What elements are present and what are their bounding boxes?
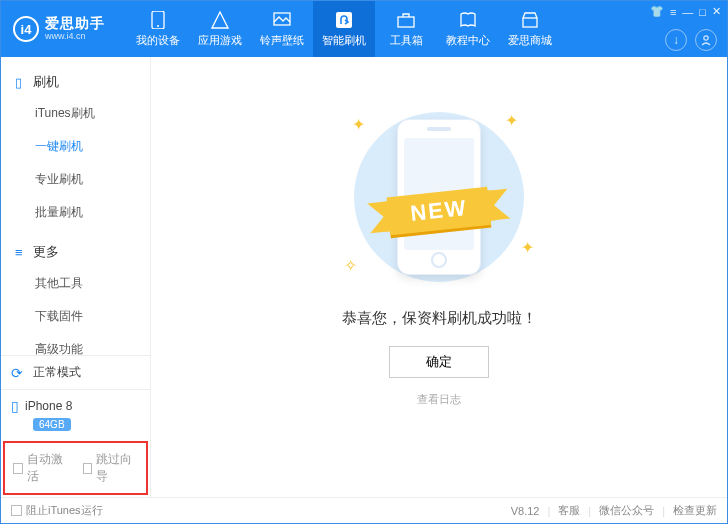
book-icon — [459, 11, 477, 29]
tab-apps[interactable]: 应用游戏 — [189, 1, 251, 57]
view-log-link[interactable]: 查看日志 — [417, 392, 461, 407]
maximize-icon[interactable]: □ — [699, 6, 706, 18]
device-icon: ▯ — [11, 398, 19, 414]
checkbox-label: 阻止iTunes运行 — [26, 503, 103, 518]
tab-store[interactable]: 爱思商城 — [499, 1, 561, 57]
refresh-icon: ⟳ — [11, 365, 27, 381]
svg-rect-5 — [523, 18, 537, 27]
app-title: 爱思助手 — [45, 16, 105, 31]
support-link[interactable]: 客服 — [558, 503, 580, 518]
shirt-icon[interactable]: 👕 — [650, 5, 664, 18]
user-button[interactable] — [695, 29, 717, 51]
confirm-button[interactable]: 确定 — [389, 346, 489, 378]
window-controls: 👕 ≡ ― □ ✕ — [650, 5, 721, 18]
svg-point-6 — [704, 36, 708, 40]
phone-icon — [149, 11, 167, 29]
checkbox-block-itunes[interactable]: 阻止iTunes运行 — [11, 503, 103, 518]
tab-label: 铃声壁纸 — [260, 33, 304, 48]
sidebar-item-itunes[interactable]: iTunes刷机 — [1, 97, 150, 130]
more-icon: ≡ — [15, 245, 27, 260]
sidebar: ▯ 刷机 iTunes刷机 一键刷机 专业刷机 批量刷机 ≡ 更多 其他工具 下… — [1, 57, 151, 497]
tab-label: 教程中心 — [446, 33, 490, 48]
main-content: ✦✦✧✦ NEW 恭喜您，保资料刷机成功啦！ 确定 查看日志 — [151, 57, 727, 497]
app-logo: i4 爱思助手 www.i4.cn — [1, 16, 117, 42]
top-tabs: 我的设备 应用游戏 铃声壁纸 智能刷机 工具箱 教程中心 — [127, 1, 561, 57]
bottom-options: 自动激活 跳过向导 — [3, 441, 148, 495]
tab-tutorial[interactable]: 教程中心 — [437, 1, 499, 57]
tab-device[interactable]: 我的设备 — [127, 1, 189, 57]
checkbox-icon — [13, 463, 23, 474]
app-url: www.i4.cn — [45, 32, 105, 42]
logo-icon: i4 — [13, 16, 39, 42]
sidebar-item-advanced[interactable]: 高级功能 — [1, 333, 150, 355]
toolbox-icon — [397, 11, 415, 29]
tab-label: 我的设备 — [136, 33, 180, 48]
tab-label: 工具箱 — [390, 33, 423, 48]
device-info[interactable]: ▯ iPhone 8 64GB — [1, 389, 150, 439]
mode-label: 正常模式 — [33, 364, 81, 381]
statusbar: 阻止iTunes运行 V8.12 | 客服 | 微信公众号 | 检查更新 — [1, 497, 727, 523]
tab-label: 应用游戏 — [198, 33, 242, 48]
wechat-link[interactable]: 微信公众号 — [599, 503, 654, 518]
apps-icon — [211, 11, 229, 29]
sidebar-item-oneclick[interactable]: 一键刷机 — [1, 130, 150, 163]
tab-flash[interactable]: 智能刷机 — [313, 1, 375, 57]
tab-wallpaper[interactable]: 铃声壁纸 — [251, 1, 313, 57]
update-link[interactable]: 检查更新 — [673, 503, 717, 518]
sidebar-item-pro[interactable]: 专业刷机 — [1, 163, 150, 196]
phone-small-icon: ▯ — [15, 75, 27, 90]
checkbox-icon — [83, 463, 93, 474]
header-right-buttons: ↓ — [665, 29, 717, 51]
sidebar-item-batch[interactable]: 批量刷机 — [1, 196, 150, 229]
sidebar-item-firmware[interactable]: 下载固件 — [1, 300, 150, 333]
tab-label: 爱思商城 — [508, 33, 552, 48]
group-label: 更多 — [33, 243, 59, 261]
store-icon — [521, 11, 539, 29]
flash-icon — [335, 11, 353, 29]
checkbox-label: 自动激活 — [27, 451, 69, 485]
download-button[interactable]: ↓ — [665, 29, 687, 51]
menu-icon[interactable]: ≡ — [670, 6, 676, 18]
mode-status[interactable]: ⟳ 正常模式 — [1, 355, 150, 389]
device-name: iPhone 8 — [25, 399, 72, 413]
minimize-icon[interactable]: ― — [682, 6, 693, 18]
tab-tools[interactable]: 工具箱 — [375, 1, 437, 57]
success-message: 恭喜您，保资料刷机成功啦！ — [342, 309, 537, 328]
svg-rect-3 — [336, 12, 352, 28]
close-icon[interactable]: ✕ — [712, 5, 721, 18]
group-label: 刷机 — [33, 73, 59, 91]
sidebar-group-flash[interactable]: ▯ 刷机 — [1, 67, 150, 97]
checkbox-skipguide[interactable]: 跳过向导 — [83, 451, 139, 485]
checkbox-label: 跳过向导 — [96, 451, 138, 485]
tab-label: 智能刷机 — [322, 33, 366, 48]
checkbox-icon — [11, 505, 22, 516]
sidebar-group-more[interactable]: ≡ 更多 — [1, 237, 150, 267]
success-illustration: ✦✦✧✦ NEW — [334, 107, 544, 287]
checkbox-autoactivate[interactable]: 自动激活 — [13, 451, 69, 485]
svg-point-1 — [157, 25, 159, 27]
wallpaper-icon — [273, 11, 291, 29]
storage-badge: 64GB — [33, 418, 71, 431]
sidebar-item-othertools[interactable]: 其他工具 — [1, 267, 150, 300]
titlebar: i4 爱思助手 www.i4.cn 我的设备 应用游戏 铃声壁纸 智能刷机 — [1, 1, 727, 57]
version-label: V8.12 — [511, 505, 540, 517]
svg-rect-4 — [398, 17, 414, 27]
